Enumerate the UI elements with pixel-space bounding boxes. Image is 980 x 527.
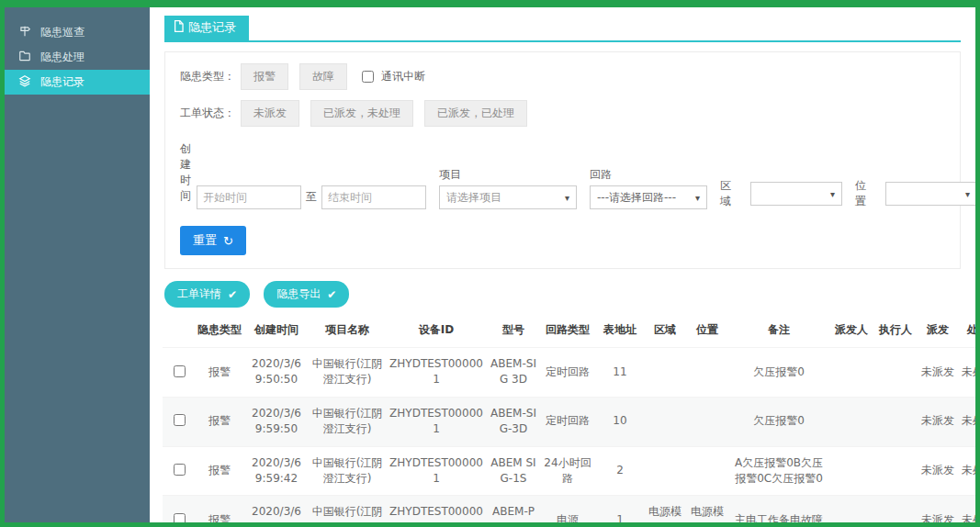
column-header: 备注 xyxy=(728,313,829,348)
column-header: 位置 xyxy=(686,313,728,348)
cell-dispatch: 未派发 xyxy=(918,397,958,446)
cell-remark: 欠压报警0 xyxy=(728,348,829,398)
cell-region xyxy=(644,446,686,496)
sidebar-item-hazard-patrol[interactable]: 隐患巡查 xyxy=(5,20,150,45)
column-header: 执行人 xyxy=(873,313,918,348)
region-select-group: 区域 ▾ xyxy=(720,178,842,209)
hazard-record-table: 隐患类型创建时间项目名称设备ID型号回路类型表地址区域位置备注派发人执行人派发处… xyxy=(163,313,975,522)
cell-location xyxy=(686,348,728,398)
cell-address: 2 xyxy=(596,446,644,496)
document-icon xyxy=(174,20,184,35)
row-checkbox[interactable] xyxy=(174,464,186,476)
cell-project: 中国银行(江阴澄江支行) xyxy=(310,496,385,522)
cell-location: 电源模块 xyxy=(686,496,728,522)
signpost-icon xyxy=(18,25,31,40)
status-dispatched-unhandled-button[interactable]: 已派发，未处理 xyxy=(310,100,413,127)
refresh-icon: ↻ xyxy=(223,234,233,248)
column-header: 区域 xyxy=(644,313,686,348)
project-select[interactable]: 请选择项目 ▾ xyxy=(439,185,577,209)
cell-handle: 未处理 xyxy=(958,348,975,398)
check-icon: ✔ xyxy=(327,288,336,301)
region-select[interactable]: ▾ xyxy=(750,182,842,206)
cell-time: 2020/3/6 9:50:50 xyxy=(243,348,310,398)
hazard-type-filter-row: 隐患类型： 报警 故障 通讯中断 xyxy=(180,63,945,90)
sidebar-item-label: 隐患记录 xyxy=(40,74,84,90)
status-undispatched-button[interactable]: 未派发 xyxy=(241,100,299,127)
sidebar-item-hazard-handle[interactable]: 隐患处理 xyxy=(5,45,150,70)
work-order-detail-button[interactable]: 工单详情 ✔ xyxy=(164,281,250,308)
cell-executor xyxy=(873,397,918,446)
comm-interrupt-checkbox-group: 通讯中断 xyxy=(358,68,425,85)
region-label: 区域 xyxy=(720,178,740,209)
table-row: 报警2020/3/6 9:50:50中国银行(江阴澄江支行)ZHYDTEST00… xyxy=(163,348,975,398)
cell-model: ABEM-SIG-3D xyxy=(488,397,539,446)
cell-dispatch: 未派发 xyxy=(918,496,958,522)
cell-time: 2020/3/6 9:59:42 xyxy=(243,446,310,496)
end-time-input[interactable] xyxy=(321,185,426,209)
to-label: 至 xyxy=(306,189,317,209)
page-title-tab: 隐患记录 xyxy=(164,16,249,40)
circuit-label: 回路 xyxy=(590,167,707,183)
row-checkbox[interactable] xyxy=(174,513,186,522)
cell-project: 中国银行(江阴澄江支行) xyxy=(310,446,385,496)
cell-dispatcher xyxy=(829,397,873,446)
filter-panel: 隐患类型： 报警 故障 通讯中断 工单状态： 未派发 已派发，未处理 已派发，已… xyxy=(164,51,961,269)
column-header: 回路类型 xyxy=(539,313,596,348)
chevron-down-icon: ▾ xyxy=(695,193,700,203)
row-checkbox[interactable] xyxy=(174,365,186,377)
chevron-down-icon: ▾ xyxy=(565,193,569,203)
reset-button[interactable]: 重置 ↻ xyxy=(180,226,246,255)
comm-interrupt-checkbox[interactable] xyxy=(362,71,374,83)
cell-time: 2020/3/6 9:50:36 xyxy=(243,496,310,522)
circuit-select[interactable]: ---请选择回路--- ▾ xyxy=(590,185,707,209)
cell-handle: 未处理 xyxy=(958,496,975,522)
cell-dispatcher xyxy=(829,446,873,496)
hazard-export-label: 隐患导出 xyxy=(276,286,321,302)
hazard-type-fault-button[interactable]: 故障 xyxy=(299,63,347,90)
hazard-type-label: 隐患类型： xyxy=(180,69,235,84)
cell-type: 报警 xyxy=(196,496,243,522)
row-checkbox-cell xyxy=(163,496,196,522)
hazard-type-alarm-button[interactable]: 报警 xyxy=(241,63,288,90)
cell-device-id: ZHYDTEST000001 xyxy=(385,348,488,398)
cell-device-id: ZHYDTEST000001 xyxy=(385,446,488,496)
cell-circuit: 定时回路 xyxy=(539,348,596,398)
column-header: 设备ID xyxy=(385,313,488,348)
column-header: 创建时间 xyxy=(243,313,310,348)
cell-model: ABEM-SIG 3D xyxy=(488,348,539,398)
table-row: 报警2020/3/6 9:59:50中国银行(江阴澄江支行)ZHYDTEST00… xyxy=(163,397,975,446)
cell-executor xyxy=(873,348,918,398)
hazard-export-button[interactable]: 隐患导出 ✔ xyxy=(264,281,349,308)
row-checkbox-cell xyxy=(163,446,196,496)
status-dispatched-handled-button[interactable]: 已派发，已处理 xyxy=(424,100,527,127)
cell-circuit: 定时回路 xyxy=(539,397,596,446)
page-title: 隐患记录 xyxy=(188,19,236,36)
cell-type: 报警 xyxy=(196,348,243,398)
cell-device-id: ZHYDTEST000001 xyxy=(385,397,488,446)
column-header: 项目名称 xyxy=(310,313,385,348)
app-window: 隐患巡查 隐患处理 隐患记录 隐患记录 隐患类 xyxy=(0,0,980,527)
cell-address: 1 xyxy=(596,496,644,522)
comm-interrupt-label: 通讯中断 xyxy=(381,69,425,84)
column-header: 派发人 xyxy=(829,313,873,348)
circuit-select-value: ---请选择回路--- xyxy=(597,190,676,206)
project-select-value: 请选择项目 xyxy=(446,190,501,206)
cell-dispatcher xyxy=(829,496,873,522)
table-header: 隐患类型创建时间项目名称设备ID型号回路类型表地址区域位置备注派发人执行人派发处… xyxy=(163,313,975,348)
table-row: 报警2020/3/6 9:59:42中国银行(江阴澄江支行)ZHYDTEST00… xyxy=(163,446,975,496)
sidebar-item-hazard-record[interactable]: 隐患记录 xyxy=(5,70,150,95)
row-checkbox[interactable] xyxy=(174,414,186,426)
column-header: 表地址 xyxy=(596,313,644,348)
circuit-select-group: 回路 ---请选择回路--- ▾ xyxy=(590,167,707,209)
cell-device-id: ZHYDTEST000001 xyxy=(385,496,488,522)
title-bar: 隐患记录 xyxy=(164,7,961,42)
chevron-down-icon: ▾ xyxy=(830,189,835,199)
start-time-input[interactable] xyxy=(197,185,301,209)
location-select[interactable]: ▾ xyxy=(885,182,975,206)
sidebar: 隐患巡查 隐患处理 隐患记录 xyxy=(5,7,150,522)
cell-time: 2020/3/6 9:59:50 xyxy=(243,397,310,446)
layers-icon xyxy=(18,74,31,90)
cell-dispatch: 未派发 xyxy=(918,446,958,496)
cell-circuit: 24小时回路 xyxy=(539,446,596,496)
cell-region xyxy=(644,348,686,398)
